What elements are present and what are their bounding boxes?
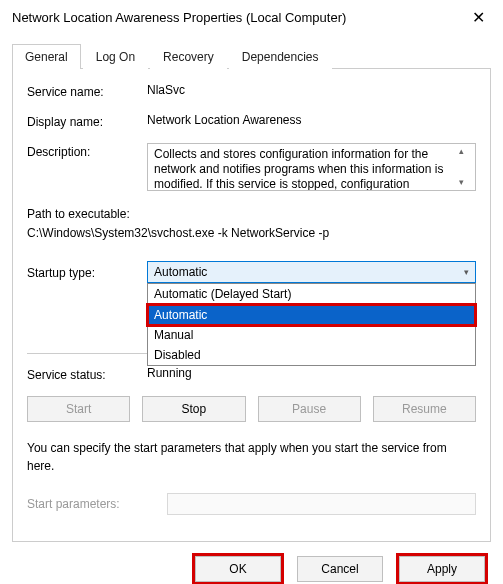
start-button: Start <box>27 396 130 422</box>
apply-button[interactable]: Apply <box>399 556 485 582</box>
display-name-label: Display name: <box>27 113 147 129</box>
tab-dependencies[interactable]: Dependencies <box>229 44 332 69</box>
pause-button: Pause <box>258 396 361 422</box>
ok-button[interactable]: OK <box>195 556 281 582</box>
startup-type-value: Automatic <box>154 265 207 279</box>
display-name-value: Network Location Awareness <box>147 113 476 127</box>
cancel-button[interactable]: Cancel <box>297 556 383 582</box>
path-value: C:\Windows\System32\svchost.exe -k Netwo… <box>27 224 476 243</box>
startup-type-label: Startup type: <box>27 264 147 280</box>
stop-button[interactable]: Stop <box>142 396 245 422</box>
close-icon[interactable]: ✕ <box>466 8 491 27</box>
chevron-down-icon[interactable]: ▾ <box>459 177 473 188</box>
startup-type-dropdown: Automatic (Delayed Start) Automatic Manu… <box>147 283 476 366</box>
start-params-label: Start parameters: <box>27 497 167 511</box>
tab-general[interactable]: General <box>12 44 81 69</box>
option-automatic[interactable]: Automatic <box>148 305 475 325</box>
option-automatic-delayed[interactable]: Automatic (Delayed Start) <box>148 284 475 304</box>
start-params-hint: You can specify the start parameters tha… <box>27 440 476 475</box>
path-label: Path to executable: <box>27 205 476 224</box>
description-scrollbar[interactable]: ▴ ▾ <box>459 146 473 188</box>
tab-log-on[interactable]: Log On <box>83 44 148 69</box>
service-name-value: NlaSvc <box>147 83 476 97</box>
titlebar: Network Location Awareness Properties (L… <box>0 0 503 33</box>
service-status-label: Service status: <box>27 366 147 382</box>
dialog-footer: OK Cancel Apply <box>0 542 503 582</box>
description-box: Collects and stores configuration inform… <box>147 143 476 191</box>
startup-type-select[interactable]: Automatic ▾ <box>147 261 476 283</box>
chevron-down-icon: ▾ <box>464 267 469 277</box>
start-params-input <box>167 493 476 515</box>
window-title: Network Location Awareness Properties (L… <box>12 10 346 25</box>
option-manual[interactable]: Manual <box>148 325 475 345</box>
chevron-up-icon[interactable]: ▴ <box>459 146 473 157</box>
service-name-label: Service name: <box>27 83 147 99</box>
description-text: Collects and stores configuration inform… <box>154 147 443 191</box>
option-disabled[interactable]: Disabled <box>148 345 475 365</box>
tab-recovery[interactable]: Recovery <box>150 44 227 69</box>
description-label: Description: <box>27 143 147 159</box>
service-status-value: Running <box>147 366 192 382</box>
resume-button: Resume <box>373 396 476 422</box>
tab-row: General Log On Recovery Dependencies <box>12 43 491 69</box>
general-panel: Service name: NlaSvc Display name: Netwo… <box>12 69 491 542</box>
